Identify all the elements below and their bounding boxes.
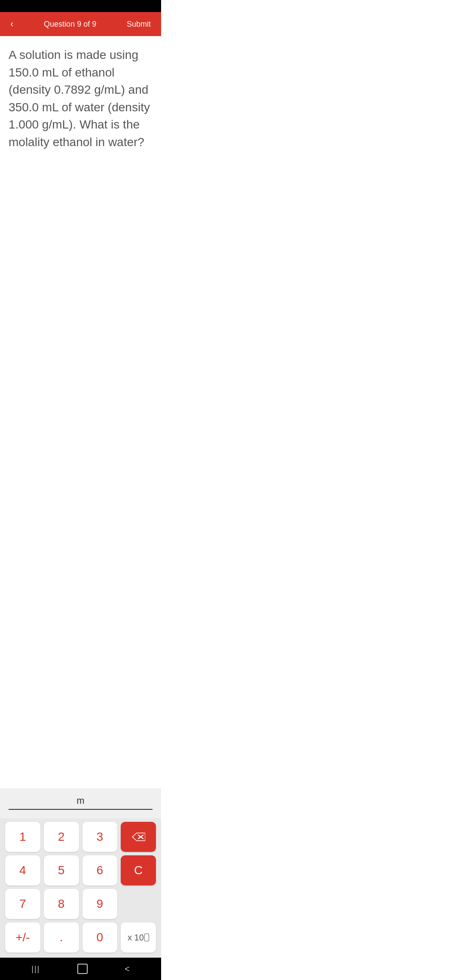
question-text: A solution is made using 150.0 mL of eth… (9, 46, 153, 151)
key-8-button[interactable]: 8 (44, 889, 79, 919)
key-0-button[interactable]: 0 (82, 922, 118, 952)
keypad-row-2: 4 5 6 C (5, 855, 156, 885)
answer-value: m (72, 795, 89, 806)
keypad-row-1: 1 2 3 (5, 822, 156, 852)
submit-button[interactable]: Submit (123, 16, 154, 32)
key-7-button[interactable]: 7 (5, 889, 40, 919)
keypad-row-4: +/- . 0 x 10 (5, 922, 156, 952)
key-backspace-button[interactable] (121, 822, 156, 852)
keypad-row-3: 7 8 9 (5, 889, 156, 919)
key-3-button[interactable]: 3 (82, 822, 118, 852)
answer-input-row: m (9, 795, 153, 810)
back-button[interactable]: ‹ (7, 15, 17, 33)
nav-back-icon[interactable]: < (125, 964, 130, 974)
key-spacer (121, 889, 156, 919)
header: ‹ Question 9 of 9 Submit (0, 12, 161, 36)
status-bar (0, 0, 161, 12)
header-title: Question 9 of 9 (44, 20, 96, 29)
key-2-button[interactable]: 2 (44, 822, 79, 852)
key-4-button[interactable]: 4 (5, 855, 40, 885)
key-1-button[interactable]: 1 (5, 822, 40, 852)
nav-bar: ||| < (0, 958, 161, 980)
exponent-box (144, 934, 149, 941)
key-9-button[interactable]: 9 (82, 889, 118, 919)
key-x10-button[interactable]: x 10 (121, 922, 156, 952)
nav-menu-icon[interactable]: ||| (31, 965, 40, 974)
key-5-button[interactable]: 5 (44, 855, 79, 885)
key-plusminus-button[interactable]: +/- (5, 922, 40, 952)
key-6-button[interactable]: 6 (82, 855, 118, 885)
key-clear-button[interactable]: C (121, 855, 156, 885)
nav-home-icon[interactable] (77, 964, 88, 974)
key-decimal-button[interactable]: . (44, 922, 79, 952)
input-display-area: m (0, 788, 161, 818)
keypad: 1 2 3 4 5 6 C 7 8 9 +/- . 0 x 10 (0, 818, 161, 958)
question-area: A solution is made using 150.0 mL of eth… (0, 36, 161, 788)
